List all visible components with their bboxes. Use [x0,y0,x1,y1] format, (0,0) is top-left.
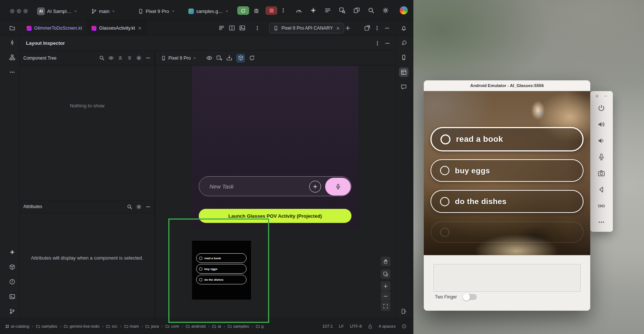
build-icon[interactable] [9,264,15,270]
breadcrumb-item[interactable]: com [165,324,179,328]
caret-position[interactable]: 107:1 [322,324,333,328]
project-folder-icon[interactable] [9,25,15,31]
hide-icon[interactable] [145,55,151,61]
emulator-title-bar[interactable]: Android Emulator - AI_Glasses:5556 [424,80,590,91]
more-icon[interactable] [374,25,380,31]
stop-button[interactable] [265,6,277,15]
version-control-icon[interactable] [9,308,15,314]
more-icon[interactable] [598,218,605,226]
running-device-tab[interactable]: Pixel 9 Pro API CANARY [269,23,344,33]
hide-icon[interactable] [384,25,390,31]
breadcrumb-item[interactable]: samples [36,324,57,328]
two-finger-toggle[interactable] [463,294,477,300]
close-icon[interactable] [336,26,340,30]
code-view-icon[interactable] [218,25,225,31]
camera-icon[interactable] [598,170,605,177]
minimize-window-button[interactable] [17,9,21,13]
structure-icon[interactable] [9,54,15,60]
app-insights-icon[interactable] [401,84,407,90]
visibility-eye-icon[interactable] [108,55,114,61]
refresh-icon[interactable] [249,55,255,61]
inspections-icon[interactable] [402,324,407,329]
glasses-icon[interactable] [598,202,605,210]
hide-icon[interactable] [384,40,390,46]
profiler-icon[interactable] [295,7,302,14]
close-icon[interactable] [595,94,599,98]
breadcrumb-item[interactable]: java [145,324,159,328]
mic-icon[interactable] [598,153,605,161]
more-tools-icon[interactable] [9,69,15,75]
todo-item[interactable]: buy eggs [430,159,584,182]
logcat-icon[interactable] [324,7,331,14]
running-devices-icon[interactable] [401,308,407,314]
phone-screen-preview[interactable]: New Task Launch Glasses POV Activity (Pr… [192,66,359,227]
new-task-input[interactable]: New Task [199,176,351,196]
breadcrumb-item[interactable]: samples [228,324,249,328]
breadcrumb-item[interactable]: ai [212,324,221,328]
close-icon[interactable] [138,26,142,30]
zoom-out-button[interactable] [381,291,390,301]
power-icon[interactable] [598,104,605,112]
add-task-button[interactable] [309,181,321,193]
tab-glimmertodoscreen[interactable]: GlimmerToDoScreen.kt [22,20,87,36]
settings-gear-icon[interactable] [136,55,142,61]
hide-icon[interactable] [145,204,151,210]
breadcrumb-item[interactable]: src [106,324,117,328]
design-view-icon[interactable] [239,25,245,31]
breadcrumb-item[interactable]: g [256,324,264,328]
add-device-icon[interactable] [345,25,351,31]
settings-gear-icon[interactable] [382,7,389,14]
more-icon[interactable] [374,40,380,46]
export-icon[interactable] [226,55,232,61]
layers-button[interactable] [381,269,390,279]
device-selector[interactable]: Pixel 9 Pro [138,6,175,16]
back-icon[interactable] [598,186,605,193]
breadcrumb-item[interactable]: gemini-live-todo [64,324,99,328]
run-more-options-icon[interactable] [280,7,286,13]
volume-up-icon[interactable] [598,121,605,128]
visibility-eye-icon[interactable] [206,55,212,61]
breadcrumb-item[interactable]: android [186,324,205,328]
pan-mode-button[interactable] [381,257,390,266]
problems-icon[interactable] [9,279,15,285]
inspector-device-selector[interactable]: Pixel 9 Pro [161,56,196,61]
search-icon[interactable] [99,55,105,61]
layout-inspector-tool-button[interactable] [399,67,409,77]
breadcrumb-item[interactable]: ai-catalog [5,324,29,328]
close-window-button[interactable] [10,9,14,13]
project-selector[interactable]: AI AI Sampl… [37,6,77,16]
gradle-icon[interactable] [401,40,407,46]
gemini-sparkle-icon[interactable] [310,7,317,14]
expand-all-icon[interactable] [118,55,123,61]
user-avatar[interactable] [400,6,408,14]
maximize-window-button[interactable] [23,9,28,13]
mode-3d-toggle[interactable] [236,54,245,63]
line-separator[interactable]: LF [339,324,344,328]
readonly-lock-icon[interactable] [368,324,373,329]
tab-glassesactivity[interactable]: GlassesActivity.kt [87,20,147,36]
rerun-button[interactable] [237,6,249,15]
search-icon[interactable] [127,204,132,210]
device-mirroring-icon[interactable] [353,7,360,14]
settings-gear-icon[interactable] [136,204,142,210]
notifications-bell-icon[interactable] [401,25,407,31]
todo-item[interactable]: do the dishes [430,190,584,213]
search-icon[interactable] [368,7,374,14]
touchpad-area[interactable] [433,264,581,292]
zoom-in-button[interactable] [381,281,390,291]
emulator-screen[interactable]: read a book buy eggs do the dishes [424,91,590,255]
vcs-branch-selector[interactable]: main [91,6,115,16]
file-encoding[interactable]: UTF-8 [350,324,362,328]
snapshot-icon[interactable] [216,55,222,61]
indent-setting[interactable]: 4 spaces [379,324,396,328]
debug-button[interactable] [253,7,260,14]
gemini-icon[interactable] [9,249,15,255]
breadcrumb-item[interactable]: main [124,324,139,328]
commit-icon[interactable] [9,40,15,46]
more-icon[interactable] [254,25,260,31]
zoom-fit-button[interactable] [381,301,390,311]
todo-item[interactable]: read a book [430,127,584,151]
collapse-all-icon[interactable] [127,55,132,61]
terminal-icon[interactable] [9,294,15,300]
app-inspection-icon[interactable] [339,7,346,14]
